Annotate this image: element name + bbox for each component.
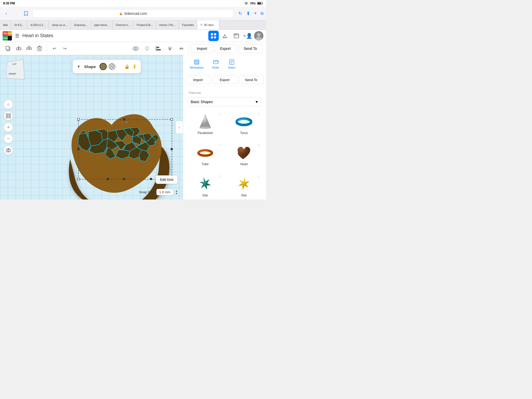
notes-tab[interactable]: Notes	[225, 58, 239, 71]
align-left-tool[interactable]	[154, 44, 163, 53]
copy-tool[interactable]	[4, 44, 13, 53]
shapes-grid: Paraboloid ☆	[186, 109, 263, 200]
forward-button[interactable]: ›	[12, 10, 20, 17]
color-swatch-striped[interactable]	[108, 63, 116, 70]
ruler-tab[interactable]: Ruler	[209, 58, 222, 71]
ungroup-tool[interactable]	[24, 44, 34, 53]
tab-gracious[interactable]: Gracious...	[71, 20, 91, 30]
refresh-button[interactable]: ↻	[236, 10, 244, 17]
back-button[interactable]: ‹	[3, 10, 10, 17]
share-button[interactable]: ⬆	[246, 11, 250, 16]
tab-favorites[interactable]: Favorites	[179, 20, 197, 30]
tab-mai[interactable]: Mai	[0, 20, 11, 30]
tab-4032[interactable]: 4,032×2,2...	[27, 20, 49, 30]
address-bar[interactable]: 🔒 tinkercad.com	[32, 9, 234, 18]
flip-tool[interactable]	[177, 44, 186, 53]
avatar[interactable]	[254, 31, 263, 41]
paraboloid-favorite[interactable]: ☆	[218, 111, 222, 116]
visibility-shape-icon[interactable]: 💡	[132, 64, 137, 69]
shape-item-tube[interactable]: Tube ☆	[187, 141, 224, 170]
star-teal-favorite[interactable]: ☆	[218, 174, 222, 179]
tube-favorite[interactable]: ☆	[218, 143, 222, 148]
tab-pipe[interactable]: pipe bend...	[91, 20, 113, 30]
workplane-tab[interactable]: Workplane	[187, 58, 207, 71]
shape-item-star-teal[interactable]: Star ☆	[187, 172, 224, 200]
color-swatch-brown[interactable]	[99, 63, 107, 70]
view-cube[interactable]: TOP FRONT	[5, 60, 23, 78]
zoom-out-button[interactable]: −	[4, 134, 13, 143]
shape-item-paraboloid[interactable]: Paraboloid ☆	[187, 109, 224, 138]
lock-icon: 🔒	[119, 12, 123, 15]
zoom-in-button[interactable]: +	[4, 123, 13, 132]
torus-icon	[236, 113, 252, 130]
tab-cherzer[interactable]: Cherzer's...	[112, 20, 134, 30]
snap-arrows[interactable]: ▲ ▼	[175, 190, 178, 195]
svg-rect-27	[156, 46, 156, 51]
tabs-button[interactable]: ⧉	[261, 11, 263, 16]
svg-rect-9	[235, 34, 235, 35]
shape-item-star-yellow[interactable]: Star ☆	[226, 172, 263, 200]
export-button[interactable]: Export	[215, 44, 236, 53]
tab-home[interactable]: Home | Pic...	[156, 20, 179, 30]
svg-rect-44	[171, 148, 173, 150]
view-code-button[interactable]	[231, 31, 242, 41]
tab-3d-design[interactable]: ✕ 3D desi...	[197, 20, 219, 30]
home-view-button[interactable]: ⌂	[4, 100, 13, 109]
import-action-button[interactable]: Import	[186, 76, 210, 84]
svg-rect-50	[195, 62, 197, 64]
workplane-label: Workplane	[190, 66, 203, 69]
svg-rect-26	[146, 50, 148, 50]
tab-shop[interactable]: shop-us.vi...	[49, 20, 71, 30]
shape-collapse-button[interactable]: ▼	[77, 64, 81, 69]
visibility-tool[interactable]	[131, 44, 140, 53]
paraboloid-label: Paraboloid	[198, 131, 212, 135]
svg-rect-43	[77, 148, 79, 150]
tab-close-icon[interactable]: ✕	[200, 23, 203, 26]
fit-view-button[interactable]	[4, 111, 13, 121]
redo-tool[interactable]: ↪	[60, 44, 69, 53]
edit-grid-button[interactable]: Edit Grid	[156, 175, 178, 184]
canvas-area[interactable]: TOP FRONT ⌂ + − ▼ Shape	[0, 55, 183, 200]
heart-favorite[interactable]: ☆	[257, 143, 260, 148]
heart-3d-model[interactable]	[34, 86, 177, 200]
panel-tabs: Workplane Ruler	[183, 55, 266, 74]
bookmarks-button[interactable]	[22, 10, 30, 17]
svg-point-25	[146, 47, 148, 49]
svg-rect-1	[262, 3, 263, 4]
tab-project[interactable]: Project Edi...	[134, 20, 156, 30]
shape-item-heart[interactable]: Heart ☆	[226, 141, 263, 170]
svg-rect-5	[211, 36, 213, 38]
mirror-tool[interactable]	[165, 44, 175, 53]
battery-display: 78%	[250, 2, 256, 5]
lock-shape-icon[interactable]: 🔒	[124, 64, 130, 69]
send-to-button[interactable]: Send To	[238, 44, 262, 53]
star-yellow-icon	[236, 175, 252, 192]
group-tool[interactable]	[14, 44, 23, 53]
project-title[interactable]: Heart in States	[22, 33, 205, 38]
send-to-action-button[interactable]: Send To	[239, 76, 263, 84]
status-icons: 78%	[244, 2, 263, 5]
snap-value[interactable]: 1.0 mm	[156, 189, 173, 195]
paraboloid-icon	[197, 113, 214, 130]
torus-favorite[interactable]: ☆	[257, 111, 260, 116]
star-yellow-favorite[interactable]: ☆	[257, 174, 260, 179]
add-user-button[interactable]: +👤	[243, 31, 253, 41]
view-grid-button[interactable]	[208, 31, 219, 41]
new-tab-button[interactable]: +	[254, 10, 257, 16]
menu-button[interactable]: ☰	[15, 33, 19, 39]
tab-3x4[interactable]: 3×4,0...	[11, 20, 27, 30]
svg-rect-3	[211, 33, 213, 35]
shape-item-torus[interactable]: Torus ☆	[226, 109, 263, 138]
battery-icon	[257, 2, 263, 5]
view-build-button[interactable]	[220, 31, 230, 41]
library-subcategory: Basic Shapes	[191, 100, 213, 104]
star-teal-label: Star	[202, 194, 208, 197]
light-tool[interactable]	[142, 44, 152, 53]
camera-button[interactable]	[4, 145, 13, 155]
import-button[interactable]: Import	[191, 44, 213, 53]
expand-panel-button[interactable]: ›	[176, 121, 183, 134]
library-dropdown[interactable]: Basic Shapes ▼	[187, 97, 262, 106]
delete-tool[interactable]	[35, 44, 44, 53]
export-action-button[interactable]: Export	[212, 76, 237, 84]
undo-tool[interactable]: ↩	[50, 44, 59, 53]
